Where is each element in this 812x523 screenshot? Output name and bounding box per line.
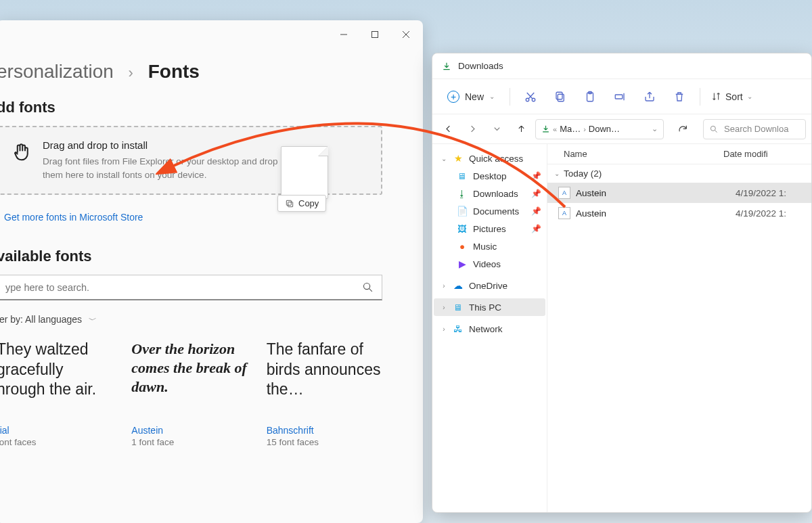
delete-button[interactable] [666,85,693,109]
nav-label: Documents [473,206,519,217]
pin-icon: 📌 [531,171,541,181]
nav-downloads[interactable]: ⭳Downloads📌 [434,185,545,202]
close-button[interactable] [392,24,420,45]
sort-label: Sort [725,91,743,102]
pin-icon: 📌 [531,206,541,216]
font-search-field[interactable] [5,282,362,293]
col-date[interactable]: Date modifi [723,149,811,159]
filter-row[interactable]: ter by: All languages ﹀ [0,313,403,340]
file-row[interactable]: A Austein 4/19/2022 1: [547,183,811,203]
copy-badge: Copy [277,195,326,212]
filter-value[interactable]: All languages [25,314,82,325]
nav-recent-button[interactable] [487,119,507,139]
explorer-window: Downloads + New ⌄ Sort ⌄ « Ma… › [432,53,812,513]
breadcrumb-current: Fonts [148,61,200,82]
breadcrumb-parent[interactable]: ersonalization [0,61,114,82]
file-name: Austein [576,188,736,198]
svg-rect-13 [556,92,562,99]
new-label: New [465,91,484,102]
font-card-austein[interactable]: Over the horizon comes the break of dawn… [131,340,247,447]
nav-label: Quick access [469,154,523,164]
font-sample: The fanfare of birds announces the… [267,340,382,414]
svg-rect-12 [558,94,564,101]
dropzone-description: Drag font files from File Explorer or yo… [43,155,300,181]
column-headers[interactable]: Name Date modifi [547,144,811,164]
nav-label: This PC [469,302,501,313]
sort-button[interactable]: Sort ⌄ [707,87,757,106]
copy-icon [285,199,294,208]
nav-music[interactable]: ●Music [434,237,545,255]
breadcrumb: ersonalization › Fonts [0,61,403,83]
font-file-icon: A [558,187,570,199]
nav-network[interactable]: ›🖧Network [434,320,545,338]
font-search-input[interactable] [0,275,382,300]
share-button[interactable] [636,85,663,109]
settings-titlebar [0,20,423,49]
font-faces: 1 font face [131,437,247,447]
pin-icon: 📌 [531,224,541,233]
nav-onedrive[interactable]: ›☁OneDrive [434,277,545,294]
group-label: Today (2) [564,168,602,179]
copy-button[interactable] [547,85,574,109]
path-seg[interactable]: Ma… [560,124,581,134]
nav-label: OneDrive [469,281,508,291]
refresh-button[interactable] [673,120,692,139]
nav-quick-access[interactable]: ⌄★Quick access [434,150,545,167]
nav-pictures[interactable]: 🖼Pictures📌 [434,220,545,237]
col-name[interactable]: Name [547,149,723,159]
explorer-titlebar[interactable]: Downloads [432,53,811,79]
nav-label: Videos [473,259,501,269]
cut-button[interactable] [517,85,544,109]
minimize-button[interactable] [330,24,358,45]
chevron-down-icon: ⌄ [489,93,495,100]
nav-label: Pictures [473,224,506,234]
nav-desktop[interactable]: 🖥Desktop📌 [434,167,545,185]
download-arrow-icon [442,62,451,71]
font-sample: They waltzed gracefully hrough the air. [0,340,112,414]
maximize-button[interactable] [361,24,389,45]
svg-line-19 [715,130,717,132]
rename-button[interactable] [606,85,633,109]
nav-label: Desktop [473,171,507,181]
nav-back-button[interactable] [438,119,458,139]
nav-videos[interactable]: ▶Videos [434,255,545,273]
svg-point-4 [363,283,369,290]
new-button[interactable]: + New ⌄ [439,87,503,107]
nav-thispc[interactable]: ›🖥This PC [434,298,545,316]
group-header-today[interactable]: ⌄ Today (2) [547,164,811,183]
explorer-title: Downloads [458,61,503,71]
font-name: Austein [131,425,247,436]
path-seg[interactable]: Down… [589,124,620,134]
explorer-search-input[interactable]: Search Downloa [703,119,806,139]
nav-forward-button[interactable] [462,119,482,139]
download-arrow-icon [541,124,550,133]
paste-button[interactable] [577,85,604,109]
font-sample: Over the horizon comes the break of dawn… [131,340,247,414]
font-name: Bahnschrift [267,425,382,436]
file-row[interactable]: A Austein 4/19/2022 1: [547,203,811,223]
nav-label: Downloads [473,189,518,199]
sort-icon [711,91,721,101]
font-card-bahnschrift[interactable]: The fanfare of birds announces the… Bahn… [267,340,382,447]
address-pathbox[interactable]: « Ma… › Down… ⌄ [535,119,664,139]
file-pane: Name Date modifi ⌄ Today (2) A Austein 4… [547,144,811,512]
font-card-arial[interactable]: They waltzed gracefully hrough the air. … [0,340,112,447]
drag-ghost: Copy [281,146,328,199]
file-date: 4/19/2022 1: [736,188,811,198]
file-page-icon: Copy [281,146,328,199]
chevron-down-icon: ﹀ [89,315,97,325]
separator [510,88,510,106]
explorer-toolbar: + New ⌄ Sort ⌄ [432,79,811,114]
store-link-row[interactable]: Get more fonts in Microsoft Store [0,207,403,227]
nav-up-button[interactable] [511,119,531,139]
svg-rect-6 [288,202,293,206]
chevron-down-icon[interactable]: ⌄ [652,124,658,133]
pointer-cursor-icon [12,142,32,162]
store-link[interactable]: Get more fonts in Microsoft Store [4,212,143,223]
search-icon [709,124,719,134]
settings-window: ersonalization › Fonts dd fonts Drag and… [0,20,423,523]
available-fonts-header: vailable fonts [0,248,403,265]
separator [700,88,700,106]
nav-documents[interactable]: 📄Documents📌 [434,202,545,220]
chevron-down-icon: ⌄ [747,93,752,100]
